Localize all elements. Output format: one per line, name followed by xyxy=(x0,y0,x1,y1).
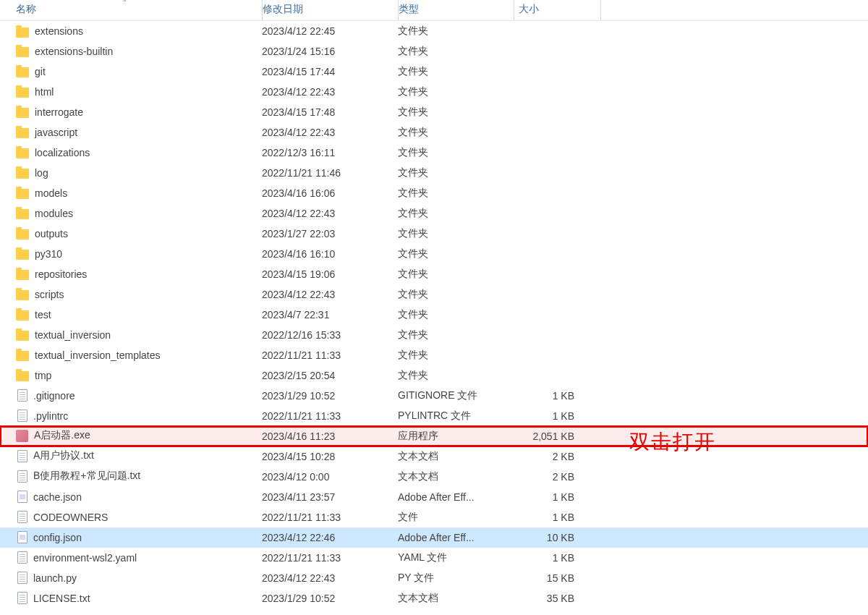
file-size: 15 KB xyxy=(514,568,600,588)
folder-icon xyxy=(16,331,29,341)
file-name: B使用教程+常见问题.txt xyxy=(33,470,140,482)
file-icon xyxy=(17,470,27,483)
file-name: cache.json xyxy=(33,491,82,503)
folder-icon xyxy=(16,371,29,381)
file-date: 2023/4/16 16:10 xyxy=(262,244,398,264)
file-date: 2022/12/3 16:11 xyxy=(262,143,398,163)
file-row[interactable]: test2023/4/7 22:31文件夹 xyxy=(0,305,868,325)
file-name: repositories xyxy=(35,268,87,280)
file-row[interactable]: git2023/4/15 17:44文件夹 xyxy=(0,62,868,82)
file-row[interactable]: py3102023/4/16 16:10文件夹 xyxy=(0,244,868,264)
file-row[interactable]: cache.json2023/4/11 23:57Adobe After Eff… xyxy=(0,487,868,507)
file-date: 2022/11/21 11:33 xyxy=(262,548,398,568)
file-date: 2023/4/16 11:23 xyxy=(262,426,398,446)
header-size[interactable]: 大小 xyxy=(514,0,600,21)
file-date: 2023/1/29 10:52 xyxy=(262,386,398,406)
file-row[interactable]: html2023/4/12 22:43文件夹 xyxy=(0,82,868,102)
header-name[interactable]: 名称 ˄ xyxy=(0,0,262,21)
file-name: modules xyxy=(35,208,73,219)
file-type: 文件夹 xyxy=(398,345,514,365)
file-name: extensions-builtin xyxy=(35,46,113,57)
file-name: test xyxy=(35,309,51,321)
file-date: 2023/4/12 22:43 xyxy=(262,82,398,102)
folder-icon xyxy=(16,67,29,77)
file-size xyxy=(514,41,600,62)
file-row[interactable]: textual_inversion_templates2022/11/21 11… xyxy=(0,345,868,365)
file-row[interactable]: outputs2023/1/27 22:03文件夹 xyxy=(0,224,868,244)
file-size xyxy=(514,284,600,305)
file-row[interactable]: .gitignore2023/1/29 10:52GITIGNORE 文件1 K… xyxy=(0,386,868,406)
file-type: YAML 文件 xyxy=(398,548,514,568)
file-date: 2023/4/11 23:57 xyxy=(262,487,398,507)
file-size xyxy=(514,244,600,264)
file-date: 2023/4/15 17:44 xyxy=(262,62,398,82)
file-row[interactable]: localizations2022/12/3 16:11文件夹 xyxy=(0,143,868,163)
file-size xyxy=(514,305,600,325)
file-name: interrogate xyxy=(35,106,83,118)
file-type: 文件夹 xyxy=(398,284,514,305)
file-name: scripts xyxy=(35,289,64,300)
file-size xyxy=(514,163,600,183)
file-row[interactable]: interrogate2023/4/15 17:48文件夹 xyxy=(0,102,868,122)
file-size xyxy=(514,62,600,82)
file-icon xyxy=(17,592,27,604)
file-name: textual_inversion_templates xyxy=(35,349,161,361)
file-name: A用户协议.txt xyxy=(33,450,94,462)
file-name: CODEOWNERS xyxy=(33,512,108,523)
file-type: 文件夹 xyxy=(398,365,514,386)
file-row[interactable]: LICENSE.txt2023/1/29 10:52文本文档35 KB xyxy=(0,588,868,608)
file-name: launch.py xyxy=(33,572,77,584)
file-row[interactable]: scripts2023/4/12 22:43文件夹 xyxy=(0,284,868,305)
file-row[interactable]: extensions-builtin2023/1/24 15:16文件夹 xyxy=(0,41,868,62)
file-row[interactable]: config.json2023/4/12 22:46Adobe After Ef… xyxy=(0,527,868,548)
file-row[interactable]: repositories2023/4/15 19:06文件夹 xyxy=(0,264,868,284)
file-size xyxy=(514,224,600,244)
file-date: 2023/4/7 22:31 xyxy=(262,305,398,325)
file-row[interactable]: log2022/11/21 11:46文件夹 xyxy=(0,163,868,183)
file-row[interactable]: A用户协议.txt2023/4/15 10:28文本文档2 KB xyxy=(0,446,868,467)
file-row[interactable]: B使用教程+常见问题.txt2023/4/12 0:00文本文档2 KB xyxy=(0,467,868,487)
header-type[interactable]: 类型 xyxy=(398,0,514,21)
file-type: 文件夹 xyxy=(398,41,514,62)
file-row[interactable]: tmp2023/2/15 20:54文件夹 xyxy=(0,365,868,386)
file-row[interactable]: javascript2023/4/12 22:43文件夹 xyxy=(0,122,868,143)
file-size: 1 KB xyxy=(514,386,600,406)
header-date[interactable]: 修改日期 xyxy=(262,0,398,21)
file-type: 文件夹 xyxy=(398,21,514,41)
file-date: 2023/4/12 22:45 xyxy=(262,21,398,41)
file-row[interactable]: environment-wsl2.yaml2022/11/21 11:33YAM… xyxy=(0,548,868,568)
folder-icon xyxy=(16,209,29,219)
file-row[interactable]: A启动器.exe2023/4/16 11:23应用程序2,051 KB xyxy=(0,426,868,446)
folder-icon xyxy=(16,169,29,179)
folder-icon xyxy=(16,128,29,138)
file-date: 2022/11/21 11:33 xyxy=(262,406,398,426)
file-date: 2023/4/12 22:46 xyxy=(262,527,398,548)
file-date: 2023/4/15 19:06 xyxy=(262,264,398,284)
file-type: 文件夹 xyxy=(398,122,514,143)
file-row[interactable]: textual_inversion2022/12/16 15:33文件夹 xyxy=(0,325,868,345)
file-name: .pylintrc xyxy=(33,410,68,422)
file-type: PYLINTRC 文件 xyxy=(398,406,514,426)
file-row[interactable]: CODEOWNERS2022/11/21 11:33文件1 KB xyxy=(0,507,868,527)
folder-icon xyxy=(16,290,29,300)
file-date: 2023/1/29 10:52 xyxy=(262,588,398,608)
file-date: 2023/1/27 22:03 xyxy=(262,224,398,244)
file-size: 1 KB xyxy=(514,548,600,568)
file-size: 2,051 KB xyxy=(514,426,600,446)
file-row[interactable]: modules2023/4/12 22:43文件夹 xyxy=(0,203,868,224)
file-row[interactable]: extensions2023/4/12 22:45文件夹 xyxy=(0,21,868,41)
folder-icon xyxy=(16,351,29,361)
file-row[interactable]: .pylintrc2022/11/21 11:33PYLINTRC 文件1 KB xyxy=(0,406,868,426)
file-date: 2023/4/12 22:43 xyxy=(262,122,398,143)
file-type: 文本文档 xyxy=(398,467,514,487)
file-row[interactable]: models2023/4/16 16:06文件夹 xyxy=(0,183,868,203)
file-name: outputs xyxy=(35,228,68,239)
file-date: 2023/4/15 10:28 xyxy=(262,446,398,467)
file-type: 文件夹 xyxy=(398,183,514,203)
file-size xyxy=(514,21,600,41)
file-size: 2 KB xyxy=(514,467,600,487)
file-type: 应用程序 xyxy=(398,426,514,446)
file-row[interactable]: launch.py2023/4/12 22:43PY 文件15 KB xyxy=(0,568,868,588)
column-headers: 名称 ˄ 修改日期 类型 大小 xyxy=(0,0,868,21)
file-date: 2023/4/16 16:06 xyxy=(262,183,398,203)
